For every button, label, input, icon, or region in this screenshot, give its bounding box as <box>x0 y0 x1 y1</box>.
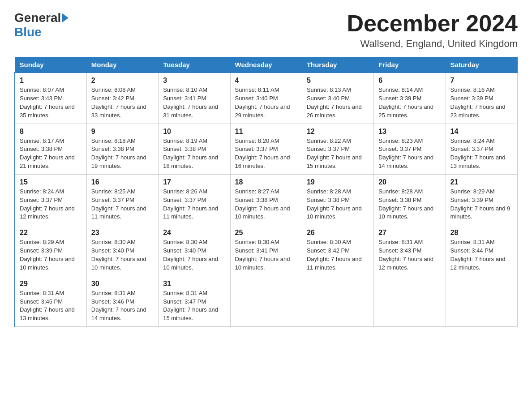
sunrise-text: Sunrise: 8:18 AM <box>91 137 136 144</box>
day-cell: 13Sunrise: 8:23 AMSunset: 3:37 PMDayligh… <box>374 124 446 174</box>
day-number: 9 <box>91 128 154 136</box>
sunrise-text: Sunrise: 8:14 AM <box>378 86 423 93</box>
daylight-text: Daylight: 7 hours and 13 minutes. <box>20 306 75 321</box>
day-cell: 7Sunrise: 8:16 AMSunset: 3:39 PMDaylight… <box>446 73 517 124</box>
column-header-tuesday: Tuesday <box>159 57 230 73</box>
day-cell: 15Sunrise: 8:24 AMSunset: 3:37 PMDayligh… <box>15 174 86 225</box>
sunset-text: Sunset: 3:45 PM <box>20 298 63 305</box>
sunrise-text: Sunrise: 8:29 AM <box>20 239 64 245</box>
day-cell: 28Sunrise: 8:31 AMSunset: 3:44 PMDayligh… <box>446 225 517 276</box>
column-header-thursday: Thursday <box>302 57 373 73</box>
day-info: Sunrise: 8:26 AMSunset: 3:37 PMDaylight:… <box>163 188 225 221</box>
daylight-text: Daylight: 7 hours and 10 minutes. <box>91 256 146 271</box>
sunrise-text: Sunrise: 8:28 AM <box>307 188 351 195</box>
sunrise-text: Sunrise: 8:23 AM <box>378 137 423 144</box>
sunrise-text: Sunrise: 8:16 AM <box>450 86 495 93</box>
day-cell: 25Sunrise: 8:30 AMSunset: 3:41 PMDayligh… <box>230 225 302 276</box>
daylight-text: Daylight: 7 hours and 13 minutes. <box>450 154 506 169</box>
daylight-text: Daylight: 7 hours and 10 minutes. <box>378 205 433 220</box>
day-cell: 11Sunrise: 8:20 AMSunset: 3:37 PMDayligh… <box>230 124 302 174</box>
day-cell: 27Sunrise: 8:31 AMSunset: 3:43 PMDayligh… <box>374 225 446 276</box>
sunrise-text: Sunrise: 8:31 AM <box>91 290 136 296</box>
calendar-table: SundayMondayTuesdayWednesdayThursdayFrid… <box>14 57 518 327</box>
day-number: 19 <box>307 178 369 186</box>
sunset-text: Sunset: 3:37 PM <box>235 146 278 152</box>
day-number: 27 <box>378 229 441 237</box>
sunset-text: Sunset: 3:39 PM <box>450 95 493 102</box>
sunset-text: Sunset: 3:39 PM <box>20 247 63 254</box>
day-info: Sunrise: 8:28 AMSunset: 3:38 PMDaylight:… <box>307 188 369 221</box>
column-header-saturday: Saturday <box>446 57 517 73</box>
day-number: 7 <box>450 77 513 85</box>
day-number: 26 <box>307 229 369 237</box>
day-info: Sunrise: 8:13 AMSunset: 3:40 PMDaylight:… <box>307 86 369 120</box>
week-row-2: 8Sunrise: 8:17 AMSunset: 3:38 PMDaylight… <box>15 124 518 174</box>
sunrise-text: Sunrise: 8:08 AM <box>91 86 136 93</box>
sunrise-text: Sunrise: 8:28 AM <box>378 188 423 195</box>
day-number: 28 <box>450 229 513 237</box>
sunset-text: Sunset: 3:46 PM <box>91 298 134 305</box>
day-info: Sunrise: 8:08 AMSunset: 3:42 PMDaylight:… <box>91 86 154 120</box>
day-cell: 22Sunrise: 8:29 AMSunset: 3:39 PMDayligh… <box>15 225 86 276</box>
day-info: Sunrise: 8:27 AMSunset: 3:38 PMDaylight:… <box>235 188 297 221</box>
sunrise-text: Sunrise: 8:24 AM <box>20 188 64 195</box>
daylight-text: Daylight: 7 hours and 16 minutes. <box>235 154 290 169</box>
day-number: 23 <box>91 229 154 237</box>
daylight-text: Daylight: 7 hours and 12 minutes. <box>450 256 506 271</box>
sunrise-text: Sunrise: 8:24 AM <box>450 137 495 144</box>
sunset-text: Sunset: 3:37 PM <box>378 146 421 152</box>
column-header-sunday: Sunday <box>15 57 86 73</box>
day-info: Sunrise: 8:25 AMSunset: 3:37 PMDaylight:… <box>91 188 154 221</box>
day-number: 8 <box>20 128 82 136</box>
day-info: Sunrise: 8:30 AMSunset: 3:41 PMDaylight:… <box>235 238 297 272</box>
daylight-text: Daylight: 7 hours and 26 minutes. <box>307 103 362 119</box>
sunset-text: Sunset: 3:38 PM <box>235 197 278 203</box>
day-info: Sunrise: 8:17 AMSunset: 3:38 PMDaylight:… <box>20 137 82 171</box>
daylight-text: Daylight: 7 hours and 15 minutes. <box>307 154 362 169</box>
location-subtitle: Wallsend, England, United Kingdom <box>347 38 518 50</box>
day-cell <box>302 276 373 326</box>
day-info: Sunrise: 8:20 AMSunset: 3:37 PMDaylight:… <box>235 137 297 171</box>
sunset-text: Sunset: 3:38 PM <box>91 146 134 152</box>
sunset-text: Sunset: 3:38 PM <box>163 146 206 152</box>
daylight-text: Daylight: 7 hours and 10 minutes. <box>307 205 362 220</box>
day-cell: 2Sunrise: 8:08 AMSunset: 3:42 PMDaylight… <box>86 73 158 124</box>
daylight-text: Daylight: 7 hours and 14 minutes. <box>378 154 433 169</box>
sunset-text: Sunset: 3:40 PM <box>235 95 278 102</box>
day-number: 31 <box>163 280 225 288</box>
column-header-monday: Monday <box>86 57 158 73</box>
sunset-text: Sunset: 3:47 PM <box>163 298 206 305</box>
sunrise-text: Sunrise: 8:30 AM <box>163 239 207 245</box>
day-info: Sunrise: 8:07 AMSunset: 3:43 PMDaylight:… <box>20 86 82 120</box>
daylight-text: Daylight: 7 hours and 25 minutes. <box>378 103 433 119</box>
daylight-text: Daylight: 7 hours and 15 minutes. <box>163 306 218 321</box>
daylight-text: Daylight: 7 hours and 10 minutes. <box>235 256 290 271</box>
day-cell: 1Sunrise: 8:07 AMSunset: 3:43 PMDaylight… <box>15 73 86 124</box>
day-number: 25 <box>235 229 297 237</box>
column-header-friday: Friday <box>374 57 446 73</box>
sunset-text: Sunset: 3:41 PM <box>235 247 278 254</box>
sunset-text: Sunset: 3:38 PM <box>307 197 350 203</box>
month-title: December 2024 <box>347 11 518 36</box>
day-number: 2 <box>91 77 154 85</box>
sunset-text: Sunset: 3:37 PM <box>20 197 63 203</box>
daylight-text: Daylight: 7 hours and 10 minutes. <box>163 256 218 271</box>
day-number: 13 <box>378 128 441 136</box>
day-info: Sunrise: 8:24 AMSunset: 3:37 PMDaylight:… <box>20 188 82 221</box>
sunrise-text: Sunrise: 8:26 AM <box>163 188 207 195</box>
sunrise-text: Sunrise: 8:30 AM <box>91 239 136 245</box>
sunrise-text: Sunrise: 8:30 AM <box>307 239 351 245</box>
daylight-text: Daylight: 7 hours and 31 minutes. <box>163 103 218 119</box>
daylight-text: Daylight: 7 hours and 12 minutes. <box>20 205 75 220</box>
sunset-text: Sunset: 3:39 PM <box>450 197 493 203</box>
sunset-text: Sunset: 3:39 PM <box>378 95 421 102</box>
daylight-text: Daylight: 7 hours and 33 minutes. <box>91 103 146 119</box>
daylight-text: Daylight: 7 hours and 10 minutes. <box>235 205 290 220</box>
day-cell <box>230 276 302 326</box>
day-cell <box>446 276 517 326</box>
day-cell: 5Sunrise: 8:13 AMSunset: 3:40 PMDaylight… <box>302 73 373 124</box>
day-info: Sunrise: 8:31 AMSunset: 3:44 PMDaylight:… <box>450 238 513 272</box>
day-info: Sunrise: 8:11 AMSunset: 3:40 PMDaylight:… <box>235 86 297 120</box>
page-header: General Blue December 2024 Wallsend, Eng… <box>14 11 518 50</box>
sunrise-text: Sunrise: 8:07 AM <box>20 86 64 93</box>
